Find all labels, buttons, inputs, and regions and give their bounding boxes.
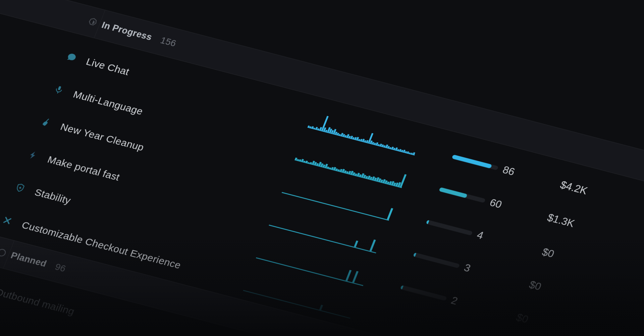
progress-count: 3 [458, 251, 476, 285]
group-status-label: In Progress [97, 11, 157, 51]
shield-icon [13, 182, 27, 194]
progress-bar-fill [413, 252, 417, 257]
progress-bar [451, 154, 498, 170]
chat-bubble-icon [65, 51, 78, 63]
progress-count: 4 [471, 218, 489, 253]
group-count-badge: 96 [50, 253, 71, 283]
broom-icon [39, 117, 53, 129]
progress-bar-fill [439, 187, 468, 198]
board-stage: In Progress156Live Chat86$4.2KMulti-Lang… [0, 0, 644, 336]
lightning-icon [26, 149, 40, 161]
progress-count: 60 [484, 186, 508, 221]
microphone-icon [52, 84, 65, 96]
progress-bar-fill [451, 154, 492, 169]
progress-bar [413, 252, 460, 268]
progress-bar-fill [426, 220, 430, 224]
progress-count: 2 [445, 284, 464, 318]
progress-bar [439, 187, 486, 203]
app-viewport: In Progress156Live Chat86$4.2KMulti-Lang… [0, 0, 644, 336]
in-progress-icon [86, 16, 99, 28]
group-count-badge: 156 [155, 26, 181, 58]
progress-bar [426, 220, 473, 236]
progress-count: 86 [497, 153, 521, 189]
progress-bar-fill [400, 285, 404, 290]
design-tools-icon [1, 214, 14, 226]
progress-bar [400, 285, 447, 301]
